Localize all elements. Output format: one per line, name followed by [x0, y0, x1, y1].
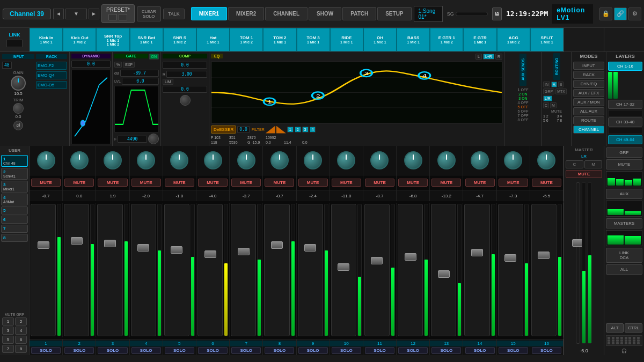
eq-band2-btn[interactable]: 2 [295, 127, 301, 132]
fader-handle-9[interactable] [304, 244, 316, 252]
fader-track-9[interactable] [298, 204, 323, 336]
channel-header-2[interactable]: Kick Out1 Mic 2 [63, 28, 96, 51]
tab-mixer1[interactable]: MIXER1 [191, 7, 227, 20]
fader-handle-12[interactable] [405, 253, 416, 261]
solo-btn-14[interactable]: SOLO [465, 347, 495, 354]
fader-track-8[interactable] [264, 204, 289, 336]
talk-button[interactable]: TALK [163, 9, 185, 19]
grp-button[interactable]: GRP [606, 147, 642, 158]
fader-handle-1[interactable] [38, 241, 49, 249]
fader-track-7[interactable] [231, 204, 256, 336]
mute-btn-7[interactable]: MUTE [231, 179, 261, 187]
mode-input-btn[interactable]: INPUT [573, 62, 604, 70]
fader-handle-13[interactable] [438, 270, 450, 278]
mode-route-btn[interactable]: ROUTE [573, 116, 604, 124]
layer-ch49-64[interactable]: CH 49-64 [608, 135, 642, 144]
master-c-btn[interactable]: C [566, 160, 583, 168]
routing-m-btn[interactable]: M [550, 102, 557, 108]
fader-handle-16[interactable] [538, 252, 550, 259]
fader-handle-2[interactable] [71, 237, 83, 245]
channel-knob-5[interactable] [170, 151, 188, 169]
eq-band1-btn[interactable]: 1 [287, 127, 294, 132]
mute-btn-13[interactable]: MUTE [431, 179, 461, 187]
channel-knob-11[interactable] [370, 151, 389, 169]
user-slot-5[interactable]: 5 [1, 206, 28, 215]
solo-btn-5[interactable]: SOLO [165, 347, 194, 354]
channel-header-8[interactable]: TOM 21 Mic 1 [263, 28, 296, 51]
channel-knob-12[interactable] [404, 151, 422, 169]
channel-knob-14[interactable] [471, 151, 489, 169]
link-icon[interactable]: 🔗 [614, 8, 627, 20]
channel-header-3[interactable]: SNR Top1 Mic 11 Mic 2 [96, 28, 129, 51]
masters-button[interactable]: MASTERS [606, 218, 642, 228]
channel-knob-6[interactable] [204, 151, 222, 169]
solo-btn-10[interactable]: SOLO [332, 347, 361, 354]
tab-mixer2[interactable]: MIXER2 [228, 7, 264, 20]
comp-lim-btn[interactable]: LIM [163, 79, 173, 85]
gate-pct-btn[interactable]: % [114, 62, 122, 68]
channel-header-7[interactable]: TOM 11 Mic 2 [230, 28, 263, 51]
layer-ch17-32[interactable]: CH 17-32 [608, 100, 642, 109]
routing-a-btn[interactable]: A [551, 82, 557, 87]
solo-btn-1[interactable]: SOLO [31, 347, 61, 354]
channel-knob-10[interactable] [337, 151, 355, 169]
fader-track-16[interactable] [531, 204, 557, 336]
layer-ch1-16[interactable]: CH 1-16 [608, 62, 642, 71]
channel-knob-7[interactable] [237, 151, 255, 169]
gate-on-button[interactable]: ON [149, 54, 159, 60]
eq-band4-btn[interactable]: 4 [310, 127, 316, 132]
mute-btn-10[interactable]: MUTE [332, 179, 361, 187]
channel-header-9[interactable]: TOM 31 Mic 1 [297, 28, 330, 51]
channel-header-4[interactable]: SNR Bot1 Mic 1 [130, 28, 163, 51]
mute-btn-5[interactable]: MUTE [165, 179, 194, 187]
ctrl-button[interactable]: CTRL [625, 323, 642, 333]
solo-btn-13[interactable]: SOLO [431, 347, 461, 354]
fader-track-6[interactable] [197, 204, 223, 336]
channel-knob-1[interactable] [37, 151, 55, 169]
mode-rack-btn[interactable]: RACK [573, 71, 604, 79]
master-mute-btn[interactable]: MUTE [566, 170, 602, 178]
link-dca-button[interactable]: LINK DCA [606, 248, 642, 263]
channel-header-6[interactable]: Hat1 Mic 1 [196, 28, 230, 51]
mute-grp-6[interactable]: 6 [15, 336, 27, 344]
fader-handle-3[interactable] [104, 240, 116, 247]
gate-exp-btn[interactable]: EXP [123, 62, 135, 68]
solo-btn-8[interactable]: SOLO [265, 347, 294, 354]
mute-grp-7[interactable]: 7 [2, 345, 14, 353]
channel-header-1[interactable]: Kick In1 Mic 1 [30, 28, 63, 51]
mode-channel-btn[interactable]: CHANNEL [573, 125, 604, 134]
mode-auxefx-btn[interactable]: AUX / EFX [573, 89, 604, 97]
fader-track-5[interactable] [164, 204, 189, 336]
fader-track-12[interactable] [398, 204, 423, 336]
mute-btn-12[interactable]: MUTE [398, 179, 428, 187]
fader-handle-5[interactable] [171, 246, 182, 254]
mode-dyneq-btn[interactable]: DYN/EQ [573, 80, 604, 88]
aux-button[interactable]: AUX [606, 189, 642, 199]
prev-arrow[interactable]: ◄ [53, 9, 64, 19]
user-slot-7[interactable]: 7 [1, 225, 28, 233]
mute-btn-9[interactable]: MUTE [298, 179, 328, 187]
user-slot-3[interactable]: 3Mixer1 [1, 181, 28, 193]
eq-r-btn[interactable]: R [495, 54, 502, 60]
tab-setup[interactable]: SETUP [377, 7, 411, 20]
eq-band3-btn[interactable]: 3 [302, 127, 309, 132]
comp-knob[interactable] [180, 95, 191, 106]
emo-f2[interactable]: EMO-F2 [36, 62, 67, 70]
headphone-icon[interactable]: 🎧 [606, 349, 642, 353]
nav-dropdown[interactable]: ▼ [65, 9, 87, 19]
fader-track-13[interactable] [431, 204, 456, 336]
link-button[interactable]: LINK [0, 28, 30, 51]
lp-filter-btn[interactable] [276, 126, 286, 134]
hp-filter-btn[interactable] [266, 126, 275, 134]
channel-header-15[interactable]: ACG1 Mic 2 [497, 28, 530, 51]
channel-header-13[interactable]: E GTR 11 Mic 2 [430, 28, 463, 51]
mode-allaux-btn[interactable]: ALL AUX [573, 107, 604, 115]
user-slot-6[interactable]: 6 [1, 216, 28, 224]
solo-btn-7[interactable]: SOLO [231, 347, 261, 354]
mute-grp-2[interactable]: 2 [15, 317, 27, 326]
mute-btn-8[interactable]: MUTE [265, 179, 294, 187]
mute-btn-14[interactable]: MUTE [465, 179, 495, 187]
fader-track-11[interactable] [364, 204, 390, 336]
mute-btn-15[interactable]: MUTE [499, 179, 528, 187]
channel-knob-3[interactable] [104, 151, 122, 169]
